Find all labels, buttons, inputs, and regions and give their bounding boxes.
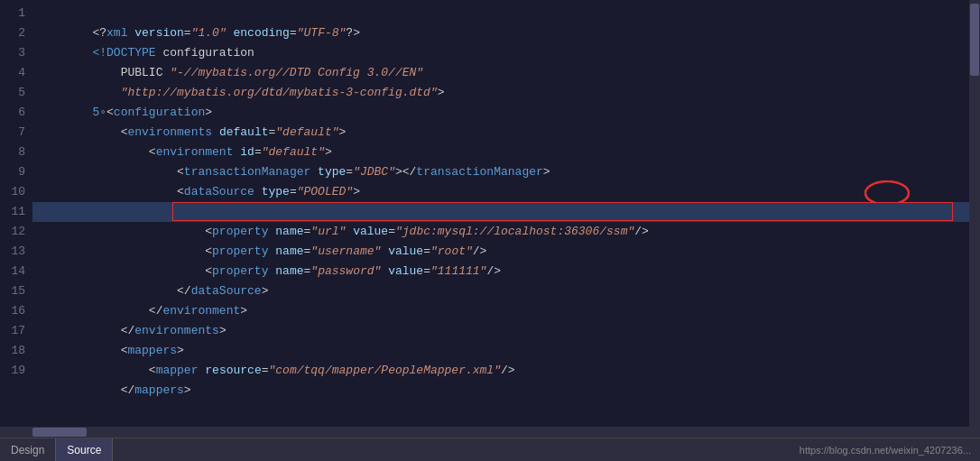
code-line-4: "http://mybatis.org/dtd/mybatis-3-config… [32,63,969,83]
code-line-6: <environments default="default"> [32,103,969,123]
status-url: https://blog.csdn.net/weixin_4207236... [800,445,980,456]
status-bar: Design Source https://blog.csdn.net/weix… [0,438,980,461]
code-line-10: <property name="driver" value="com.mysql… [32,182,969,202]
code-line-3: PUBLIC "-//mybatis.org//DTD Config 3.0//… [32,43,969,63]
code-line-8: <transactionManager type="JDBC"></transa… [32,143,969,162]
code-line-16: </environments> [32,301,969,321]
code-line-7: <environment id="default"> [32,123,969,143]
code-content: <?xml version="1.0" encoding="UTF-8"?> <… [32,0,969,427]
scrollbar-thumb[interactable] [970,4,979,76]
code-line-1: <?xml version="1.0" encoding="UTF-8"?> [32,4,969,23]
tab-design[interactable]: Design [0,438,56,461]
code-line-18: <mapper resource="com/tqq/mapper/PeopleM… [32,341,969,361]
line-numbers: 1 2 3 4 5 6 7 8 9 10 11 12 13 14 15 16 1… [0,0,32,427]
code-line-5: 5◦<configuration> [32,83,969,103]
code-line-12: <property name="username" value="root"/> [32,222,969,242]
tab-source[interactable]: Source [56,438,113,461]
code-line-14: </dataSource> [32,262,969,281]
horizontal-scrollbar-thumb[interactable] [32,428,87,437]
code-container: 1 2 3 4 5 6 7 8 9 10 11 12 13 14 15 16 1… [0,0,980,427]
code-line-17: <mappers> [32,321,969,341]
editor-area: 1 2 3 4 5 6 7 8 9 10 11 12 13 14 15 16 1… [0,0,980,438]
vertical-scrollbar[interactable] [969,0,980,427]
code-line-19: </mappers> [32,361,969,381]
code-line-11: <property name="url" value="jdbc:mysql:/… [32,202,969,222]
horizontal-scrollbar[interactable] [0,427,980,438]
code-line-15: </environment> [32,281,969,301]
code-line-13: <property name="password" value="111111"… [32,242,969,262]
code-line-9: <dataSource type="POOLED"> [32,162,969,182]
code-line-2: <!DOCTYPE configuration [32,23,969,43]
